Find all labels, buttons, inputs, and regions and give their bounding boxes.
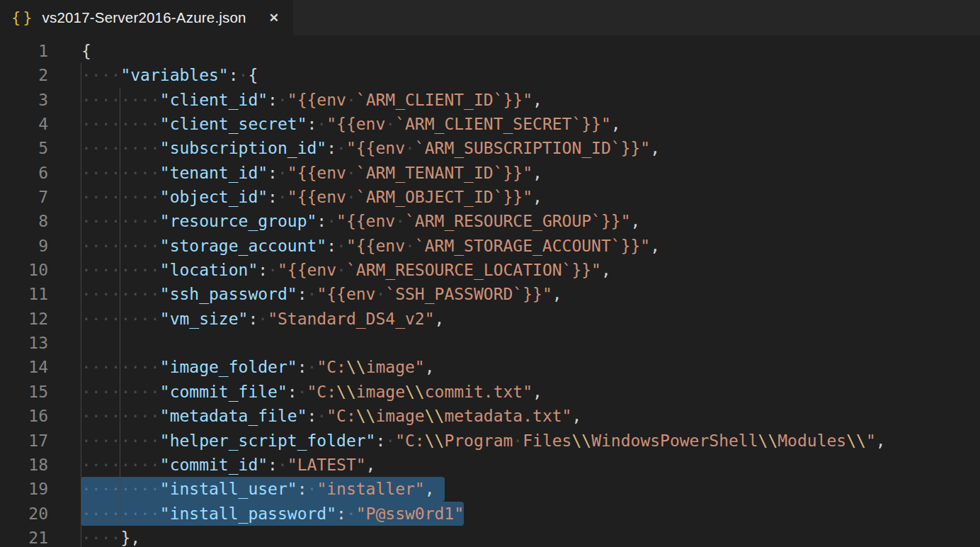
- code-line[interactable]: 10········"location":·"{{env·`ARM_RESOUR…: [0, 258, 980, 282]
- code-text: ········"helper_script_folder":·"C:\\Pro…: [81, 429, 886, 453]
- line-number[interactable]: 13: [0, 331, 48, 355]
- line-number[interactable]: 2: [0, 63, 48, 87]
- code-text: {: [81, 39, 91, 63]
- code-line[interactable]: 14········"image_folder":·"C:\\image",: [0, 355, 980, 379]
- code-line[interactable]: 16········"metadata_file":·"C:\\image\\m…: [0, 404, 980, 428]
- line-number[interactable]: 4: [0, 112, 48, 136]
- line-number[interactable]: 21: [0, 526, 48, 547]
- line-number[interactable]: 3: [0, 88, 48, 112]
- line-number[interactable]: 6: [0, 161, 48, 185]
- code-lines: 1{2····"variables":·{3········"client_id…: [0, 39, 980, 547]
- line-number[interactable]: 19: [0, 477, 48, 501]
- code-text: ········"tenant_id":·"{{env·`ARM_TENANT_…: [81, 161, 542, 185]
- code-line[interactable]: 4········"client_secret":·"{{env·`ARM_CL…: [0, 112, 980, 136]
- code-text: ········"client_secret":·"{{env·`ARM_CLI…: [81, 112, 621, 136]
- code-text: ········"install_user":·"installer",: [81, 477, 435, 501]
- code-text: ····"variables":·{: [81, 63, 258, 87]
- code-line[interactable]: 21····},: [0, 526, 980, 547]
- code-line[interactable]: 18········"commit_id":·"LATEST",: [0, 453, 980, 477]
- code-text: ········"ssh_password":·"{{env·`SSH_PASS…: [81, 282, 562, 306]
- code-line[interactable]: 12········"vm_size":·"Standard_DS4_v2",: [0, 307, 980, 331]
- tab-bar: {} vs2017-Server2016-Azure.json ✕: [0, 0, 980, 35]
- json-braces-icon: {}: [11, 9, 35, 26]
- code-line[interactable]: 2····"variables":·{: [0, 63, 980, 87]
- code-line[interactable]: 20········"install_password":·"P@ssw0rd1…: [0, 502, 980, 526]
- code-text: ········"location":·"{{env·`ARM_RESOURCE…: [81, 258, 611, 282]
- code-text: ········"vm_size":·"Standard_DS4_v2",: [81, 307, 444, 331]
- line-number[interactable]: 9: [0, 234, 48, 258]
- code-text: ········"metadata_file":·"C:\\image\\met…: [81, 404, 581, 428]
- line-number[interactable]: 17: [0, 429, 48, 453]
- line-number[interactable]: 11: [0, 282, 48, 306]
- code-line[interactable]: 17········"helper_script_folder":·"C:\\P…: [0, 429, 980, 453]
- line-number[interactable]: 12: [0, 307, 48, 331]
- code-text: ········"install_password":·"P@ssw0rd1": [81, 502, 464, 526]
- line-number[interactable]: 14: [0, 355, 48, 379]
- code-line[interactable]: 7········"object_id":·"{{env·`ARM_OBJECT…: [0, 185, 980, 209]
- line-number[interactable]: 10: [0, 258, 48, 282]
- code-line[interactable]: 15········"commit_file":·"C:\\image\\com…: [0, 380, 980, 404]
- tab-title: vs2017-Server2016-Azure.json: [42, 9, 258, 26]
- line-number[interactable]: 20: [0, 502, 48, 526]
- code-line[interactable]: 13: [0, 331, 980, 355]
- line-number[interactable]: 15: [0, 380, 48, 404]
- close-icon[interactable]: ✕: [266, 9, 282, 27]
- editor[interactable]: 1{2····"variables":·{3········"client_id…: [0, 35, 980, 547]
- code-line[interactable]: 6········"tenant_id":·"{{env·`ARM_TENANT…: [0, 161, 980, 185]
- code-line[interactable]: 3········"client_id":·"{{env·`ARM_CLIENT…: [0, 88, 980, 112]
- code-text: ········"image_folder":·"C:\\image",: [81, 355, 435, 379]
- file-tab[interactable]: {} vs2017-Server2016-Azure.json ✕: [0, 0, 293, 35]
- code-text: ········"object_id":·"{{env·`ARM_OBJECT_…: [81, 185, 542, 209]
- line-number[interactable]: 1: [0, 39, 48, 63]
- line-number[interactable]: 18: [0, 453, 48, 477]
- code-text: ········"resource_group":·"{{env·`ARM_RE…: [81, 209, 640, 233]
- line-number[interactable]: 8: [0, 209, 48, 233]
- code-text: ········"commit_file":·"C:\\image\\commi…: [81, 380, 542, 404]
- code-line[interactable]: 1{: [0, 39, 980, 63]
- line-number[interactable]: 5: [0, 136, 48, 160]
- code-text: ········"subscription_id":·"{{env·`ARM_S…: [81, 136, 660, 160]
- code-text: ········"storage_account":·"{{env·`ARM_S…: [81, 234, 660, 258]
- code-text: ····},: [81, 526, 140, 547]
- code-line[interactable]: 11········"ssh_password":·"{{env·`SSH_PA…: [0, 282, 980, 306]
- line-number[interactable]: 16: [0, 404, 48, 428]
- code-line[interactable]: 19········"install_user":·"installer",: [0, 477, 980, 501]
- code-text: ········"commit_id":·"LATEST",: [81, 453, 375, 477]
- code-line[interactable]: 8········"resource_group":·"{{env·`ARM_R…: [0, 209, 980, 233]
- line-number[interactable]: 7: [0, 185, 48, 209]
- code-text: ········"client_id":·"{{env·`ARM_CLIENT_…: [81, 88, 542, 112]
- code-line[interactable]: 5········"subscription_id":·"{{env·`ARM_…: [0, 136, 980, 160]
- code-line[interactable]: 9········"storage_account":·"{{env·`ARM_…: [0, 234, 980, 258]
